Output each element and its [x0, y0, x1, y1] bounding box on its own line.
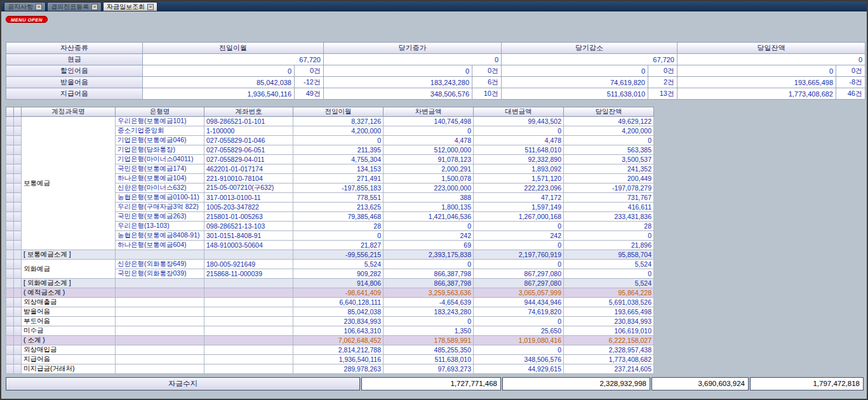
row-indicator-cell[interactable]	[6, 222, 14, 231]
row-indicator-cell[interactable]	[6, 345, 14, 355]
row-indicator-cell[interactable]	[14, 155, 22, 164]
amount-cell[interactable]: 512,000,000	[384, 145, 474, 155]
amount-cell[interactable]: 1,893,092	[474, 164, 564, 174]
row-indicator-cell[interactable]	[14, 222, 22, 231]
amount-cell[interactable]: 0	[502, 65, 648, 77]
bank-name-cell[interactable]	[116, 317, 204, 326]
account-name-cell[interactable]: 외상매출금	[22, 298, 116, 307]
amount-cell[interactable]: 230,834,993	[564, 317, 654, 326]
account-number-cell[interactable]: 215801-01-005263	[204, 212, 293, 222]
amount-cell[interactable]: 193,665,498	[678, 77, 836, 88]
amount-cell[interactable]: 213,625	[293, 203, 384, 212]
amount-cell[interactable]: 242	[474, 231, 564, 241]
amount-cell[interactable]: 271,491	[293, 174, 384, 183]
row-indicator-cell[interactable]	[6, 288, 14, 298]
amount-cell[interactable]: 0	[564, 269, 654, 279]
account-number-cell[interactable]: 027-055829-06-051	[204, 145, 293, 155]
bank-name-cell[interactable]: 우리은행(보통예금101)	[116, 117, 204, 126]
amount-cell[interactable]: 1,421,046,536	[384, 212, 474, 222]
row-indicator-cell[interactable]	[6, 231, 14, 241]
count-cell[interactable]: 0건	[836, 65, 865, 77]
amount-cell[interactable]: 0	[474, 222, 564, 231]
summary-header-asset-type[interactable]: 자산종류	[6, 43, 143, 54]
count-cell[interactable]: -8건	[836, 77, 865, 88]
account-name-cell[interactable]: [ 외화예금소계 ]	[22, 279, 116, 288]
amount-cell[interactable]: 95,858,704	[564, 250, 654, 260]
account-number-cell[interactable]	[204, 279, 293, 288]
account-number-cell[interactable]: 215868-11-000039	[204, 269, 293, 279]
amount-cell[interactable]: 778,551	[293, 193, 384, 203]
account-number-cell[interactable]: 215-05-007210(구632)	[204, 183, 293, 193]
row-indicator-cell[interactable]	[6, 193, 14, 203]
tab-close-icon[interactable]: ×	[91, 4, 98, 10]
amount-cell[interactable]: -197,855,183	[293, 183, 384, 193]
account-number-cell[interactable]: 301-0151-8408-91	[204, 231, 293, 241]
row-indicator-cell[interactable]	[6, 250, 14, 260]
bank-name-cell[interactable]: 우리은행(13-103)	[116, 222, 204, 231]
amount-cell[interactable]: 2,000,291	[384, 164, 474, 174]
bank-name-cell[interactable]	[116, 326, 204, 336]
count-cell[interactable]: 49건	[295, 88, 324, 100]
count-cell[interactable]: 46건	[836, 88, 865, 100]
amount-cell[interactable]: 74,619,820	[474, 307, 564, 317]
amount-cell[interactable]: 5,691,038,526	[564, 298, 654, 307]
amount-cell[interactable]: 511,638,010	[502, 88, 648, 100]
amount-cell[interactable]: 74,619,820	[502, 77, 648, 88]
main-header-account-name[interactable]: 계정과목명	[22, 107, 116, 117]
account-number-cell[interactable]	[204, 355, 293, 364]
amount-cell[interactable]: 0	[474, 241, 564, 250]
amount-cell[interactable]: 511,648,010	[474, 145, 564, 155]
row-indicator-cell[interactable]	[14, 355, 22, 364]
tab-close-icon[interactable]: ×	[147, 4, 154, 10]
row-indicator-cell[interactable]	[14, 326, 22, 336]
amount-cell[interactable]: 3,065,057,999	[474, 288, 564, 298]
account-number-cell[interactable]	[204, 288, 293, 298]
amount-cell[interactable]: 1,267,000,168	[474, 212, 564, 222]
amount-cell[interactable]: 866,387,798	[384, 269, 474, 279]
account-name-cell[interactable]: 외상매입금	[22, 345, 116, 355]
row-indicator-cell[interactable]	[14, 136, 22, 145]
main-header-debit-amount[interactable]: 차변금액	[384, 107, 474, 117]
main-header-prev-carryover[interactable]: 전일이월	[293, 107, 384, 117]
amount-cell[interactable]: 348,506,576	[474, 355, 564, 364]
amount-cell[interactable]: 178,589,991	[384, 336, 474, 345]
amount-cell[interactable]: 241,352	[564, 164, 654, 174]
asset-type-cell[interactable]: 지급어음	[6, 88, 143, 100]
amount-cell[interactable]: 0	[384, 126, 474, 136]
amount-cell[interactable]: 106,619,010	[564, 326, 654, 336]
bank-name-cell[interactable]	[116, 298, 204, 307]
row-indicator-cell[interactable]	[6, 203, 14, 212]
amount-cell[interactable]: 731,767	[564, 193, 654, 203]
amount-cell[interactable]: -98,641,409	[293, 288, 384, 298]
amount-cell[interactable]: 7,062,648,452	[293, 336, 384, 345]
tab-close-icon[interactable]: ×	[36, 4, 42, 10]
amount-cell[interactable]: 2,197,760,919	[474, 250, 564, 260]
bank-name-cell[interactable]	[116, 250, 204, 260]
account-name-cell[interactable]: 받을어음	[22, 307, 116, 317]
account-number-cell[interactable]: 462201-01-017174	[204, 164, 293, 174]
amount-cell[interactable]: 2,393,175,838	[384, 250, 474, 260]
asset-type-cell[interactable]: 받을어음	[6, 77, 143, 88]
count-cell[interactable]: 0건	[472, 65, 502, 77]
summary-header-daily-balance[interactable]: 당일잔액	[678, 43, 865, 54]
account-name-cell[interactable]: 부도어음	[22, 317, 116, 326]
count-cell[interactable]: 0건	[295, 65, 324, 77]
amount-cell[interactable]: 3,500,537	[564, 155, 654, 164]
count-cell[interactable]: 6건	[472, 77, 502, 88]
row-indicator-cell[interactable]	[14, 288, 22, 298]
amount-cell[interactable]: 0	[143, 65, 295, 77]
amount-cell[interactable]: 237,214,605	[564, 364, 654, 374]
amount-cell[interactable]: 4,755,304	[293, 155, 384, 164]
amount-cell[interactable]: 0	[384, 222, 474, 231]
amount-cell[interactable]: 2,814,212,788	[293, 345, 384, 355]
main-header-credit-amount[interactable]: 대변금액	[474, 107, 564, 117]
row-indicator-cell[interactable]	[14, 269, 22, 279]
amount-cell[interactable]: 0	[678, 65, 836, 77]
amount-cell[interactable]: 0	[678, 54, 865, 65]
amount-cell[interactable]: 1,500,078	[384, 174, 474, 183]
account-group-cell[interactable]: 외화예금	[22, 260, 116, 279]
amount-cell[interactable]: 44,929,615	[474, 364, 564, 374]
account-name-cell[interactable]: ( 소계 )	[22, 336, 116, 345]
amount-cell[interactable]: 4,478	[384, 136, 474, 145]
amount-cell[interactable]: 49,629,122	[564, 117, 654, 126]
